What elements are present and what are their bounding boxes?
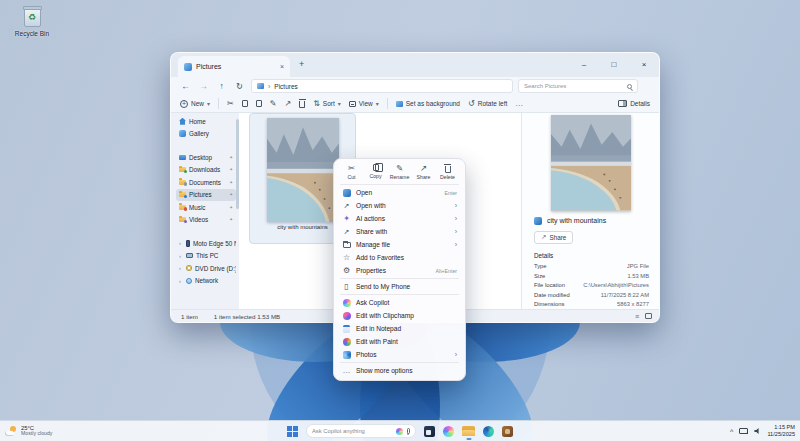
rotate-left-button[interactable]: ↺ Rotate left [468,100,507,108]
cut-button[interactable]: ✂ [227,100,234,108]
sidebar-item-videos[interactable]: Videos ✦ [176,214,236,227]
divider [387,98,388,109]
search-box[interactable] [518,79,638,93]
mic-icon[interactable] [407,428,411,434]
sidebar-item-dvd-drive[interactable]: › DVD Drive (D:) C [176,262,236,275]
start-button[interactable] [287,426,298,437]
thumbnail-view-toggle[interactable] [645,313,652,319]
search-input[interactable] [524,83,624,89]
set-as-background-button[interactable]: Set as background [396,100,460,107]
copy-action[interactable]: Copy [364,164,387,180]
notepad-icon [343,325,350,333]
up-button[interactable]: ↑ [215,81,228,91]
time: 1:15 PM [767,424,795,431]
home-icon [179,118,186,125]
share-button[interactable]: ↗ [284,100,291,108]
tab-close-icon[interactable]: × [280,63,284,70]
weather-widget[interactable]: 25°C Mostly cloudy [5,425,52,437]
cut-action[interactable]: ✂ Cut [340,164,363,180]
rename-button[interactable]: ✎ [270,100,277,108]
refresh-button[interactable]: ↻ [233,81,246,91]
list-view-toggle[interactable]: ≡ [635,313,639,320]
forward-button[interactable]: → [197,81,210,91]
sidebar-item-gallery[interactable]: Gallery [176,128,236,141]
videos-icon [179,217,186,222]
menu-item-add-to-favorites[interactable]: ☆ Add to Favorites [337,251,462,264]
edge-button[interactable] [483,426,494,437]
pinned-app-button[interactable] [502,426,513,437]
file-name-label: city with mountains [277,224,328,230]
detail-row-dimensions: Dimensions 5863 x 8277 [534,300,649,310]
rename-action[interactable]: ✎ Rename [388,164,411,180]
menu-item-ai-actions[interactable]: ✦ AI actions › [337,212,462,225]
share-action[interactable]: ↗ Share [412,164,435,180]
more-options-button[interactable]: … [515,100,523,108]
gallery-icon [179,130,186,137]
delete-action[interactable]: Delete [436,164,459,180]
details-panel-icon [618,100,627,107]
sidebar-item-pictures[interactable]: Pictures ✦ [176,189,236,202]
details-pane-toggle[interactable]: Details [618,100,650,107]
copilot-search-input[interactable] [312,428,392,434]
new-tab-button[interactable]: + [299,59,304,69]
hidden-icons-button[interactable]: ^ [730,428,733,435]
menu-item-manage-file[interactable]: Manage file › [337,238,462,251]
menu-item-properties[interactable]: ⚙ Properties Alt+Enter [337,264,462,277]
network-icon[interactable] [739,428,748,434]
menu-separator [340,184,459,185]
sidebar-item-desktop[interactable]: Desktop ✦ [176,151,236,164]
sort-icon: ⇅ [313,100,320,108]
menu-item-ask-copilot[interactable]: Ask Copilot [337,296,462,309]
menu-item-edit-notepad[interactable]: Edit in Notepad [337,322,462,335]
chevron-down-icon: ▾ [376,100,379,107]
copy-button[interactable] [242,100,248,107]
menu-item-share-with[interactable]: ↗ Share with › [337,225,462,238]
clock[interactable]: 1:15 PM 11/25/2025 [767,424,795,437]
tab-pictures[interactable]: Pictures × [178,56,290,77]
delete-icon [445,166,451,173]
this-pc-icon [186,253,193,258]
sidebar-item-home[interactable]: Home [176,115,236,128]
chevron-right-icon: › [179,240,183,246]
paste-button[interactable] [256,100,262,107]
menu-item-photos[interactable]: Photos › [337,348,462,361]
breadcrumb[interactable]: › Pictures [251,79,513,93]
breadcrumb-chevron-icon: › [268,83,270,90]
back-button[interactable]: ← [179,81,192,91]
sidebar-item-music[interactable]: Music ✦ [176,201,236,214]
date: 11/25/2025 [767,431,795,438]
menu-item-edit-clipchamp[interactable]: Edit with Clipchamp [337,309,462,322]
pin-icon: ✦ [229,180,233,185]
system-tray: ^ 1:15 PM 11/25/2025 [730,424,795,437]
delete-button[interactable] [299,101,305,108]
maximize-button[interactable]: □ [599,53,629,75]
copilot-app-button[interactable] [443,426,454,437]
menu-item-open[interactable]: Open Enter [337,186,462,199]
image-icon [396,101,403,107]
menu-item-send-to-phone[interactable]: ▯ Send to My Phone [337,280,462,293]
volume-icon[interactable] [754,428,761,435]
desktop[interactable]: ♻ Recycle Bin Pictures × + – □ × ← → ↑ ↻ [0,0,800,441]
close-button[interactable]: × [629,53,659,75]
sidebar-item-network[interactable]: › Network [176,275,236,288]
details-rows: Type JPG File Size 1.53 MB File location… [522,262,659,310]
recycle-bin-label: Recycle Bin [8,30,56,37]
menu-item-open-with[interactable]: ↗ Open with › [337,199,462,212]
plus-icon: + [180,100,188,108]
menu-item-show-more-options[interactable]: … Show more options [337,364,462,377]
recycle-bin[interactable]: ♻ Recycle Bin [8,8,56,37]
task-view-button[interactable] [424,426,435,437]
sidebar-item-documents[interactable]: Documents ✦ [176,176,236,189]
file-explorer-button[interactable] [462,426,475,436]
sort-button[interactable]: ⇅ Sort ▾ [313,100,341,108]
minimize-button[interactable]: – [569,53,599,75]
sidebar-item-this-pc[interactable]: › This PC [176,250,236,263]
view-button[interactable]: View ▾ [349,100,379,107]
pane-share-button[interactable]: ↗ Share [534,231,573,244]
sidebar-item-phone[interactable]: › Moto Edge 50 N [176,237,236,250]
sidebar-item-downloads[interactable]: Downloads ✦ [176,164,236,177]
menu-item-edit-paint[interactable]: Edit with Paint [337,335,462,348]
new-button[interactable]: + New ▾ [180,100,210,108]
open-with-icon: ↗ [344,202,350,209]
taskbar-search[interactable] [306,424,416,438]
